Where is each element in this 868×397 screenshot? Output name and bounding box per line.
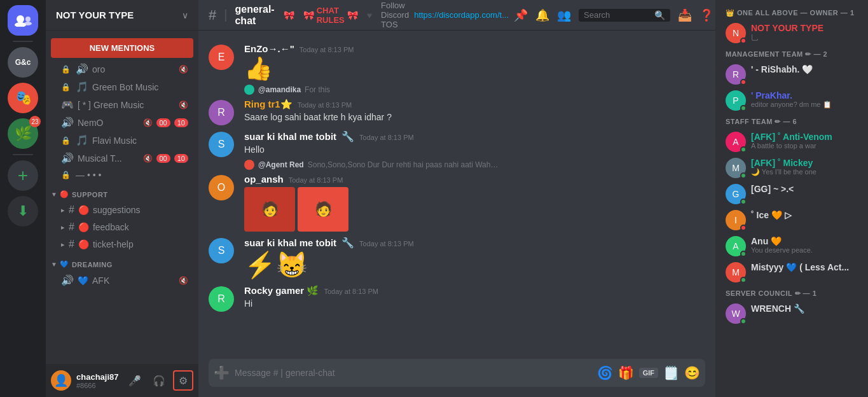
- gift-icon[interactable]: 🎁: [618, 365, 634, 380]
- members-icon[interactable]: 👥: [557, 8, 571, 22]
- rule-emoji: 🎀: [303, 10, 314, 20]
- voice-count-2: 10: [174, 118, 188, 127]
- channel-item-oro[interactable]: 🔒 🔊 oro 🔇: [51, 60, 193, 78]
- server-icon-home[interactable]: [8, 5, 38, 36]
- message-input[interactable]: [235, 361, 592, 384]
- member-item-ice[interactable]: I ˚ Ice 🧡 ▷: [720, 207, 863, 233]
- emoji-icon[interactable]: 😊: [684, 365, 700, 380]
- message-text: Hello: [244, 144, 705, 157]
- channel-item-nemo[interactable]: 🔊 NemO 🔇 00 10: [51, 114, 193, 131]
- mute-icon: 🔇: [143, 118, 153, 127]
- server-name: NOT YOUR TYPE: [56, 10, 134, 20]
- channel-item-feedback[interactable]: ▸ # 🔴 feedback: [51, 219, 193, 235]
- mute-button[interactable]: 🎤: [125, 370, 145, 391]
- member-info: NOT YOUR TYPE 乚: [751, 23, 858, 43]
- member-name: [AFK] ˚ Mickey: [751, 158, 858, 168]
- chat-rules-badge[interactable]: 🎀 CHAT RULES 🎀: [303, 6, 358, 25]
- channel-item-unnamed[interactable]: 🔒 — • • •: [51, 167, 193, 183]
- crown-icon: 👑: [726, 9, 735, 17]
- member-item-anu[interactable]: A Anu 🧡 You deserve peace.: [720, 233, 863, 259]
- separator: 🎀: [284, 10, 294, 20]
- channel-item-suggestions[interactable]: ▸ # 🔴 suggestions: [51, 202, 193, 218]
- member-item-wrench[interactable]: W WRENCH 🔧: [720, 301, 863, 326]
- message-input-area: ➕ 🌀 🎁 GIF 🗒️ 😊: [198, 359, 715, 397]
- search-box[interactable]: 🔍: [579, 9, 670, 22]
- settings-button[interactable]: ⚙: [173, 370, 193, 391]
- server-icon-anime[interactable]: 🎭: [8, 83, 38, 113]
- status-indicator: [740, 172, 747, 179]
- message-author: Ring tr1⭐: [244, 99, 293, 110]
- collapse-icon-small: ▸: [61, 206, 65, 214]
- member-info: Mistyyy 💙 ( Less Act...: [751, 262, 858, 272]
- reply-indicator: @amandika For this: [198, 85, 715, 96]
- search-input[interactable]: [584, 10, 651, 20]
- gif-button[interactable]: GIF: [639, 368, 658, 378]
- section-dreaming[interactable]: ▼ 💙 DREAMING: [46, 258, 198, 271]
- chat-header: # | general-chat 🎀 🎀 CHAT RULES 🎀 ♥ Foll…: [198, 0, 715, 31]
- member-status-text: 🌙 Yes I'll be the one: [751, 168, 858, 176]
- voice-count: 00: [156, 154, 170, 163]
- member-avatar: N: [726, 23, 746, 43]
- user-controls: 🎤 🎧 ⚙: [125, 370, 193, 391]
- server-icon-gc[interactable]: G&c: [8, 47, 38, 78]
- inbox-icon[interactable]: 📥: [678, 8, 692, 22]
- message-header: Ring tr1⭐ Today at 8:13 PM: [244, 99, 705, 110]
- member-item-anti-venom[interactable]: A [AFK] ˚ Anti-Venom A battle to stop a …: [720, 129, 863, 155]
- follow-text: Follow Discord TOS: [381, 1, 409, 29]
- message-author: suar ki khal me tobit: [244, 237, 336, 248]
- server-badge: 23: [29, 116, 41, 127]
- server-header[interactable]: NOT YOUR TYPE ∨: [46, 0, 198, 31]
- member-avatar: W: [726, 303, 746, 324]
- channel-item-flavi-music[interactable]: 🔒 🎵 Flavi Music: [51, 132, 193, 149]
- new-mentions-button[interactable]: NEW MENTIONS: [51, 38, 193, 58]
- reply-avatar: [244, 160, 254, 170]
- pin-icon[interactable]: 📌: [514, 8, 528, 22]
- hash-icon: #: [69, 221, 74, 233]
- member-item-mistyyy[interactable]: M Mistyyy 💙 ( Less Act...: [720, 260, 863, 285]
- member-name: Anu 🧡: [751, 236, 858, 246]
- follow-link[interactable]: https://discordapp.com/t...: [414, 10, 509, 20]
- channel-item-afk[interactable]: 🔊 💙 AFK 🔇: [51, 272, 193, 289]
- member-name: Mistyyy 💙 ( Less Act...: [751, 262, 858, 272]
- section-support[interactable]: ▼ 🔴 SUPPORT: [46, 188, 198, 201]
- channel-name: Flavi Music: [92, 136, 188, 146]
- channel-item-ticket-help[interactable]: ▸ # 🔴 ticket-help: [51, 236, 193, 253]
- member-avatar: G: [726, 184, 746, 204]
- message-text: Saare log sahi baat krte h kya idhar ?: [244, 111, 705, 124]
- server-icon-green[interactable]: 🌿 23: [8, 118, 38, 149]
- notification-icon[interactable]: 🔔: [535, 8, 549, 22]
- chat-rules-label: CHAT RULES: [317, 6, 345, 25]
- member-info: ˚ Ice 🧡 ▷: [751, 210, 858, 220]
- deafen-button[interactable]: 🎧: [149, 370, 169, 391]
- message-item: R Rocky gamer 🌿 Today at 8:13 PM Hi: [198, 282, 715, 314]
- server-icon-explore[interactable]: ⬇: [8, 196, 38, 226]
- channel-item-green-music[interactable]: 🎮 [ * ] Green Music 🔇: [51, 96, 193, 113]
- channel-name: — • • •: [76, 170, 188, 180]
- member-item-prakhar[interactable]: P ' PraKhar. editor anyone? dm me 📋: [720, 88, 863, 113]
- member-info: ' - RiShabh. 🤍: [751, 64, 858, 74]
- channel-name: NemO: [78, 118, 139, 128]
- message-item: S suar ki khal me tobit 🔧 Today at 8:13 …: [198, 128, 715, 160]
- divider: |: [224, 8, 227, 22]
- server-icon-add[interactable]: +: [8, 160, 38, 191]
- member-item-rishabh[interactable]: R ' - RiShabh. 🤍: [720, 62, 863, 87]
- member-avatar: A: [726, 236, 746, 256]
- plus-icon[interactable]: ➕: [214, 365, 230, 380]
- message-content: suar ki khal me tobit 🔧 Today at 8:13 PM…: [244, 130, 705, 157]
- svg-point-2: [25, 17, 31, 22]
- server-divider: [13, 41, 33, 42]
- help-icon[interactable]: ❓: [699, 8, 713, 22]
- channel-item-green-bot-music[interactable]: 🔒 🎵 Green Bot Music: [51, 78, 193, 95]
- channel-name: [ * ] Green Music: [78, 100, 175, 110]
- member-item-mickey[interactable]: M [AFK] ˚ Mickey 🌙 Yes I'll be the one: [720, 155, 863, 181]
- gif-icon[interactable]: 🌀: [597, 365, 613, 380]
- reply-indicator: @Agent Red Sono,Sono,Sono Dur Dur rehti …: [198, 160, 715, 171]
- channel-item-musical[interactable]: 🔊 Musical T... 🔇 00 10: [51, 150, 193, 167]
- member-info: Anu 🧡 You deserve peace.: [751, 236, 858, 254]
- message-content: suar ki khal me tobit 🔧 Today at 8:13 PM…: [244, 237, 705, 280]
- sticker-icon[interactable]: 🗒️: [663, 365, 679, 380]
- message-author: suar ki khal me tobit: [244, 131, 336, 142]
- member-item-gg[interactable]: G [GG] ~ >.<: [720, 181, 863, 207]
- message-input-box: ➕ 🌀 🎁 GIF 🗒️ 😊: [209, 359, 705, 387]
- member-item-not-your-type[interactable]: N NOT YOUR TYPE 乚: [720, 20, 863, 46]
